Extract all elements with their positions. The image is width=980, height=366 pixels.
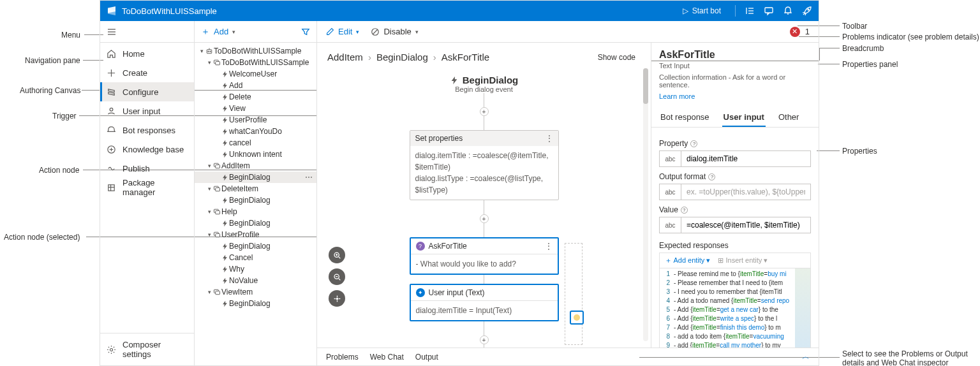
action-node-set-properties[interactable]: Set properties⋮ dialog.itemTitle : =coal…	[410, 130, 559, 200]
add-action-button[interactable]: +	[480, 335, 489, 344]
start-bot-button[interactable]: ▷ Start bot	[678, 5, 726, 17]
filter-icon[interactable]	[301, 27, 310, 36]
info-icon[interactable]: ?	[681, 207, 688, 214]
tree-item[interactable]: Cancel	[195, 252, 316, 263]
tree-label: Why	[229, 265, 313, 274]
rocket-icon[interactable]	[802, 6, 812, 16]
zoom-out-button[interactable]	[329, 268, 345, 285]
tree-item[interactable]: BeginDialog	[195, 217, 316, 229]
svg-point-12	[110, 108, 113, 111]
insert-entity-button[interactable]: ⊞ Insert entity ▾	[718, 256, 768, 265]
tree-label: WelcomeUser	[229, 70, 313, 78]
tree-item[interactable]: BeginDialog	[195, 240, 316, 252]
tab-problems[interactable]: Problems	[326, 353, 359, 362]
more-icon[interactable]: ⋮	[545, 242, 553, 251]
svg-rect-21	[216, 62, 220, 65]
breadcrumb-item[interactable]: AddItem	[327, 52, 363, 62]
tab-user-input[interactable]: User input	[722, 108, 766, 127]
nav-item-bot-responses[interactable]: Bot responses	[100, 121, 194, 140]
tree-item[interactable]: Unknown intent	[195, 149, 316, 160]
expected-responses-editor[interactable]: 1- Please remind me to {itemTitle=buy mi…	[659, 268, 811, 348]
tree-item[interactable]: BeginDialog⋯	[195, 172, 316, 183]
add-button[interactable]: ＋ Add ▾	[201, 26, 235, 38]
breadcrumb-item[interactable]: BeginDialog	[376, 52, 428, 62]
code-line: - Please remind me to {itemTitle=buy mi	[674, 270, 787, 279]
tree-item[interactable]: View	[195, 103, 316, 114]
recognizer-badge[interactable]	[570, 311, 584, 325]
tree-item[interactable]: WelcomeUser	[195, 68, 316, 80]
chat-icon[interactable]	[764, 6, 774, 16]
tree-item[interactable]: ▾ToDoBotWithLUISSample	[195, 57, 316, 68]
nav-icon	[107, 164, 116, 173]
more-icon[interactable]: ⋮	[546, 134, 553, 143]
menu-icon[interactable]	[107, 27, 117, 37]
add-entity-button[interactable]: ＋ Add entity ▾	[665, 256, 710, 265]
learn-more-link[interactable]: Learn more	[659, 92, 695, 100]
authoring-canvas[interactable]: AddItem › BeginDialog › AskForTitle Show…	[317, 43, 651, 348]
output-format-input[interactable]	[681, 184, 811, 200]
nav-item-create[interactable]: Create	[100, 63, 194, 82]
tree-item[interactable]: ▾ViewItem	[195, 286, 316, 298]
bell-icon[interactable]	[783, 6, 793, 16]
twisty-icon: ▾	[206, 163, 212, 169]
tree-icon	[220, 82, 229, 89]
nav-item-knowledge-base[interactable]: Knowledge base	[100, 140, 194, 159]
nav-item-user-input[interactable]: User input	[100, 101, 194, 121]
composer-settings[interactable]: Composer settings	[100, 333, 194, 365]
nav-item-configure[interactable]: Configure	[100, 82, 194, 101]
tree-icon	[220, 197, 229, 204]
twisty-icon: ▾	[206, 231, 212, 238]
canvas-scrollbar[interactable]	[643, 68, 648, 341]
tree-item[interactable]: whatCanYouDo	[195, 126, 316, 137]
tree-item[interactable]: BeginDialog	[195, 298, 316, 309]
action-node-user-input[interactable]: ✦User input (Text) dialog.itemTitle = In…	[410, 284, 559, 321]
tree-item[interactable]: ▾UserProfile	[195, 229, 316, 240]
tree-item[interactable]: Add	[195, 80, 316, 91]
tree-item[interactable]: Why	[195, 263, 316, 275]
list-icon[interactable]	[745, 6, 755, 16]
tree-label: NoValue	[229, 276, 313, 285]
zoom-in-button[interactable]	[329, 247, 345, 263]
tree-item[interactable]: BeginDialog	[195, 194, 316, 206]
tree-label: BeginDialog	[229, 242, 313, 251]
tree-item[interactable]: ▾DeleteItem	[195, 183, 316, 194]
locate-button[interactable]	[329, 290, 345, 307]
add-action-button[interactable]: +	[480, 107, 489, 116]
tab-bot-response[interactable]: Bot response	[659, 108, 711, 127]
breadcrumb[interactable]: AddItem › BeginDialog › AskForTitle	[327, 52, 489, 62]
tree-label: AddItem	[221, 161, 313, 170]
tree-label: Cancel	[229, 253, 313, 262]
property-input[interactable]	[681, 150, 811, 167]
nav-item-publish[interactable]: Publish	[100, 159, 194, 178]
tree-item[interactable]: ▾ToDoBotWithLUISSample	[195, 45, 316, 57]
collapse-icon[interactable]: ︿	[802, 351, 810, 362]
disable-button[interactable]: Disable ▾	[371, 27, 418, 36]
tree-item[interactable]: cancel	[195, 137, 316, 149]
tree-item[interactable]: ▾Help	[195, 206, 316, 217]
breadcrumb-item[interactable]: AskForTitle	[442, 52, 489, 62]
action-node-ask-for-title[interactable]: ?AskForTitle⋮ - What would you like to a…	[410, 237, 559, 275]
trigger-node[interactable]: BeginDialog Begin dialog event	[450, 75, 519, 93]
tree-item[interactable]: UserProfile	[195, 114, 316, 126]
problems-indicator[interactable]: ✕ 1	[790, 27, 810, 37]
nav-item-package-manager[interactable]: Package manager	[100, 178, 194, 197]
line-number: 8	[660, 332, 674, 341]
info-icon[interactable]: ?	[708, 173, 715, 180]
tree-item[interactable]: Delete	[195, 91, 316, 103]
nav-label: Configure	[122, 87, 158, 97]
tab-webchat[interactable]: Web Chat	[370, 353, 404, 362]
tab-other[interactable]: Other	[777, 108, 801, 127]
chevron-down-icon: ▾	[356, 29, 359, 35]
more-icon[interactable]: ⋯	[305, 173, 313, 182]
minimap[interactable]	[795, 268, 810, 348]
add-action-button[interactable]: +	[480, 214, 489, 223]
info-icon[interactable]: ?	[690, 140, 697, 147]
edit-button[interactable]: Edit ▾	[326, 27, 359, 36]
value-input[interactable]	[681, 217, 811, 233]
canvas-toolbar: Edit ▾ Disable ▾ ✕ 1	[317, 21, 819, 43]
tree-item[interactable]: ▾AddItem	[195, 160, 316, 172]
nav-item-home[interactable]: Home	[100, 44, 194, 63]
tab-output[interactable]: Output	[415, 353, 438, 362]
show-code-toggle[interactable]: Show code	[598, 53, 635, 62]
tree-item[interactable]: NoValue	[195, 275, 316, 286]
